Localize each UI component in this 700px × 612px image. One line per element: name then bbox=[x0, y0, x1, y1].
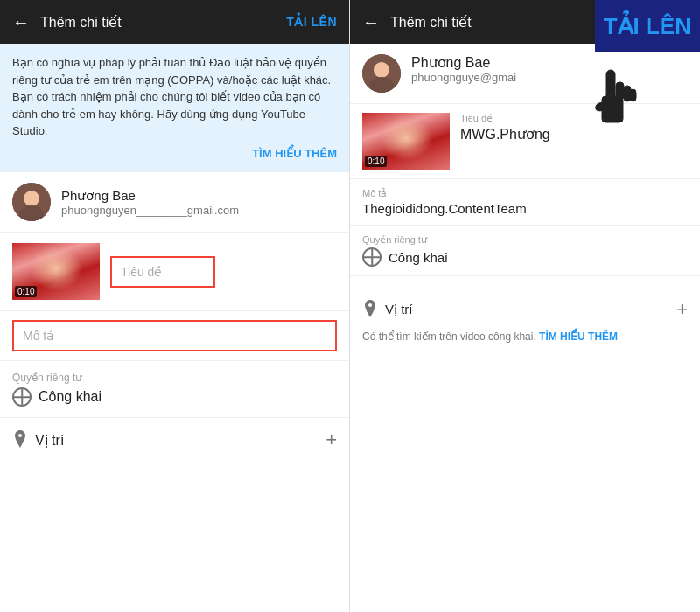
left-notice-text: Bạn có nghĩa vụ pháp lý phải tuân thủ Đạ… bbox=[12, 56, 331, 137]
right-video-thumbnail: 0:10 bbox=[362, 113, 450, 170]
left-privacy-text: Công khai bbox=[38, 389, 102, 405]
right-hint-text: Có thể tìm kiếm trên video công khai. bbox=[362, 330, 536, 343]
left-avatar-image bbox=[12, 183, 51, 221]
right-privacy-row[interactable]: Công khai bbox=[362, 247, 688, 267]
right-location-section: Quyền riêng tư Vị trí + bbox=[350, 276, 700, 330]
right-back-arrow[interactable]: ← bbox=[362, 12, 380, 32]
left-user-email: phuongnguyen________gmail.com bbox=[61, 204, 239, 217]
right-user-info: Phương Bae phuongnguye@gmai bbox=[411, 54, 688, 93]
right-avatar bbox=[362, 54, 401, 93]
right-video-section: 0:10 Tiêu đề MWG.Phương bbox=[350, 104, 700, 179]
left-description-placeholder: Mô tả bbox=[23, 329, 54, 343]
left-title-input[interactable]: Tiêu đề bbox=[110, 256, 215, 288]
left-panel: ← Thêm chi tiết TẢI LÊN Bạn có nghĩa vụ … bbox=[0, 0, 350, 612]
left-user-row: Phương Bae phuongnguyen________gmail.com bbox=[0, 172, 349, 233]
svg-point-1 bbox=[24, 191, 39, 206]
right-privacy-section: Quyền riêng tư Công khai bbox=[350, 226, 700, 276]
right-location-text: Vị trí bbox=[385, 302, 413, 317]
right-video-duration: 0:10 bbox=[365, 156, 387, 167]
left-upload-button[interactable]: TẢI LÊN bbox=[286, 15, 337, 29]
right-description-section: Mô tả Thegioididong.ContentTeam bbox=[350, 179, 700, 226]
left-back-arrow[interactable]: ← bbox=[12, 12, 30, 32]
right-upload-label: TẢI LÊN bbox=[604, 13, 691, 40]
right-description-label: Mô tả bbox=[362, 188, 688, 199]
left-location-value[interactable]: Vị trí bbox=[12, 430, 64, 449]
left-location-plus[interactable]: + bbox=[326, 428, 337, 451]
left-globe-icon bbox=[12, 387, 32, 407]
left-video-duration: 0:10 bbox=[15, 286, 37, 297]
right-location-hint: Có thể tìm kiếm trên video công khai. TÌ… bbox=[350, 330, 700, 348]
right-user-row: Phương Bae phuongnguye@gmai bbox=[350, 44, 700, 104]
right-privacy-label: Quyền riêng tư bbox=[362, 234, 688, 246]
left-description-section: Mô tả bbox=[0, 311, 349, 361]
right-privacy-value: Công khai bbox=[388, 250, 448, 265]
right-location-row[interactable]: Vị trí + bbox=[362, 298, 688, 321]
left-location-section: Vị trí + bbox=[0, 418, 349, 462]
left-video-row: 0:10 Tiêu đề bbox=[0, 233, 349, 311]
left-notice-box: Bạn có nghĩa vụ pháp lý phải tuân thủ Đạ… bbox=[0, 44, 349, 172]
right-video-info: Tiêu đề MWG.Phương bbox=[460, 113, 688, 143]
right-panel: ← Thêm chi tiết TẢI LÊN Phương Bae phuon… bbox=[350, 0, 700, 612]
right-upload-button[interactable]: TẢI LÊN bbox=[595, 0, 700, 52]
svg-point-4 bbox=[374, 62, 389, 78]
left-location-text: Vị trí bbox=[35, 432, 64, 449]
right-user-name: Phương Bae bbox=[411, 54, 688, 71]
right-globe-icon bbox=[362, 247, 382, 267]
left-privacy-value[interactable]: Công khai bbox=[12, 387, 337, 407]
right-title-value[interactable]: MWG.Phương bbox=[460, 126, 688, 143]
left-user-info: Phương Bae phuongnguyen________gmail.com bbox=[61, 188, 239, 217]
right-title-label: Tiêu đề bbox=[460, 113, 688, 124]
left-header-title: Thêm chi tiết bbox=[40, 14, 286, 31]
right-avatar-image bbox=[362, 54, 401, 93]
left-privacy-section: Quyền riêng tư Công khai bbox=[0, 361, 349, 418]
left-description-input[interactable]: Mô tả bbox=[12, 320, 337, 351]
left-header: ← Thêm chi tiết TẢI LÊN bbox=[0, 0, 349, 44]
right-description-value[interactable]: Thegioididong.ContentTeam bbox=[362, 201, 688, 216]
left-notice-link[interactable]: TÌM HIỂU THÊM bbox=[12, 145, 337, 163]
left-location-icon bbox=[12, 430, 28, 449]
left-video-thumbnail: 0:10 bbox=[12, 243, 100, 300]
right-hint-link[interactable]: TÌM HIỂU THÊM bbox=[539, 330, 618, 343]
right-location-icon bbox=[362, 300, 378, 319]
left-avatar bbox=[12, 183, 51, 221]
left-title-placeholder: Tiêu đề bbox=[121, 265, 162, 279]
left-privacy-label: Quyền riêng tư bbox=[12, 372, 337, 384]
right-user-email: phuongnguye@gmai bbox=[411, 71, 688, 84]
left-user-name: Phương Bae bbox=[61, 188, 239, 204]
right-location-plus[interactable]: + bbox=[676, 298, 688, 321]
right-header: ← Thêm chi tiết TẢI LÊN bbox=[350, 0, 700, 44]
